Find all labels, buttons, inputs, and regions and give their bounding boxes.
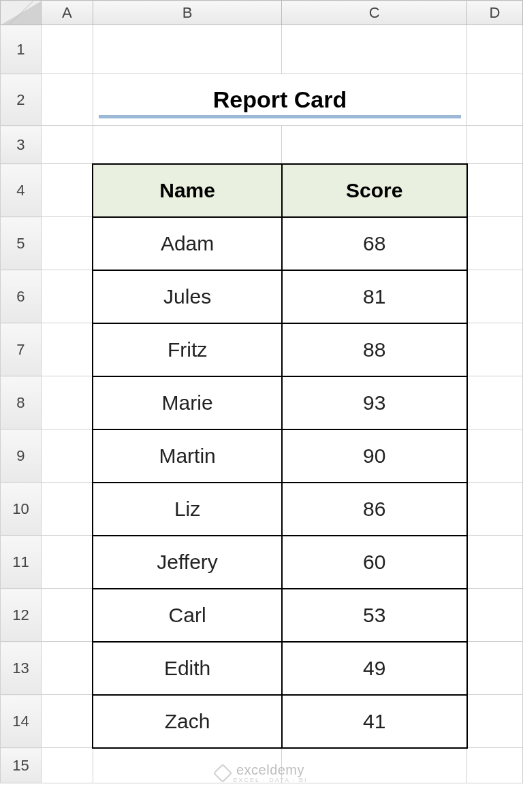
cell-A13[interactable]	[41, 642, 93, 695]
cell-A12[interactable]	[41, 589, 93, 642]
cell-score-8[interactable]: 49	[282, 642, 467, 695]
row-header-14[interactable]: 14	[1, 695, 42, 748]
cell-D7[interactable]	[467, 323, 523, 376]
cell-score-6[interactable]: 60	[282, 536, 467, 589]
row-header-3[interactable]: 3	[1, 126, 42, 164]
cell-D1[interactable]	[467, 25, 523, 74]
table-header-score[interactable]: Score	[282, 164, 467, 217]
row-8: 8 Marie 93	[1, 376, 523, 429]
column-header-row: A B C D	[1, 1, 523, 25]
row-10: 10 Liz 86	[1, 483, 523, 536]
row-14: 14 Zach 41	[1, 695, 523, 748]
cell-name-2[interactable]: Fritz	[93, 323, 282, 376]
cell-name-8[interactable]: Edith	[93, 642, 282, 695]
cell-A5[interactable]	[41, 217, 93, 270]
row-15: 15	[1, 748, 523, 783]
row-header-15[interactable]: 15	[1, 748, 42, 783]
row-3: 3	[1, 126, 523, 164]
cell-A2[interactable]	[41, 74, 93, 126]
cell-score-7[interactable]: 53	[282, 589, 467, 642]
cell-name-9[interactable]: Zach	[93, 695, 282, 748]
row-13: 13 Edith 49	[1, 642, 523, 695]
cell-A8[interactable]	[41, 376, 93, 429]
cell-D9[interactable]	[467, 429, 523, 483]
cell-A7[interactable]	[41, 323, 93, 376]
row-header-8[interactable]: 8	[1, 376, 42, 429]
cell-D14[interactable]	[467, 695, 523, 748]
cell-C15[interactable]	[282, 748, 467, 783]
row-12: 12 Carl 53	[1, 589, 523, 642]
cell-name-1[interactable]: Jules	[93, 270, 282, 323]
spreadsheet-grid[interactable]: A B C D 1 2 Report Card 3 4 Name Score	[0, 0, 523, 783]
cell-score-9[interactable]: 41	[282, 695, 467, 748]
col-header-C[interactable]: C	[282, 1, 467, 25]
col-header-D[interactable]: D	[467, 1, 523, 25]
row-5: 5 Adam 68	[1, 217, 523, 270]
cell-A14[interactable]	[41, 695, 93, 748]
row-9: 9 Martin 90	[1, 429, 523, 483]
cell-score-5[interactable]: 86	[282, 483, 467, 536]
cell-D12[interactable]	[467, 589, 523, 642]
title-cell[interactable]: Report Card	[93, 74, 466, 126]
cell-score-2[interactable]: 88	[282, 323, 467, 376]
row-header-9[interactable]: 9	[1, 429, 42, 483]
row-header-10[interactable]: 10	[1, 483, 42, 536]
cell-B15[interactable]	[93, 748, 282, 783]
title-text: Report Card	[213, 86, 347, 112]
row-header-12[interactable]: 12	[1, 589, 42, 642]
cell-score-3[interactable]: 93	[282, 376, 467, 429]
cell-C1[interactable]	[282, 25, 467, 74]
row-2: 2 Report Card	[1, 74, 523, 126]
col-header-B[interactable]: B	[93, 1, 282, 25]
cell-D10[interactable]	[467, 483, 523, 536]
cell-A11[interactable]	[41, 536, 93, 589]
cell-name-7[interactable]: Carl	[93, 589, 282, 642]
cell-D15[interactable]	[467, 748, 523, 783]
row-header-11[interactable]: 11	[1, 536, 42, 589]
row-4: 4 Name Score	[1, 164, 523, 217]
cell-A9[interactable]	[41, 429, 93, 483]
cell-D13[interactable]	[467, 642, 523, 695]
cell-A10[interactable]	[41, 483, 93, 536]
row-header-5[interactable]: 5	[1, 217, 42, 270]
cell-A1[interactable]	[41, 25, 93, 74]
cell-name-5[interactable]: Liz	[93, 483, 282, 536]
cell-D8[interactable]	[467, 376, 523, 429]
cell-D11[interactable]	[467, 536, 523, 589]
cell-name-0[interactable]: Adam	[93, 217, 282, 270]
row-header-7[interactable]: 7	[1, 323, 42, 376]
cell-A3[interactable]	[41, 126, 93, 164]
row-header-1[interactable]: 1	[1, 25, 42, 74]
title-underline	[99, 115, 461, 118]
cell-D3[interactable]	[467, 126, 523, 164]
cell-score-4[interactable]: 90	[282, 429, 467, 483]
cell-A15[interactable]	[41, 748, 93, 783]
cell-score-1[interactable]: 81	[282, 270, 467, 323]
cell-D5[interactable]	[467, 217, 523, 270]
cell-name-4[interactable]: Martin	[93, 429, 282, 483]
cell-B3[interactable]	[93, 126, 282, 164]
row-header-2[interactable]: 2	[1, 74, 42, 126]
cell-name-6[interactable]: Jeffery	[93, 536, 282, 589]
cell-B1[interactable]	[93, 25, 282, 74]
row-11: 11 Jeffery 60	[1, 536, 523, 589]
row-1: 1	[1, 25, 523, 74]
cell-C3[interactable]	[282, 126, 467, 164]
row-7: 7 Fritz 88	[1, 323, 523, 376]
cell-score-0[interactable]: 68	[282, 217, 467, 270]
cell-D4[interactable]	[467, 164, 523, 217]
cell-D6[interactable]	[467, 270, 523, 323]
cell-A6[interactable]	[41, 270, 93, 323]
cell-A4[interactable]	[41, 164, 93, 217]
col-header-A[interactable]: A	[41, 1, 93, 25]
row-header-13[interactable]: 13	[1, 642, 42, 695]
row-header-6[interactable]: 6	[1, 270, 42, 323]
cell-name-3[interactable]: Marie	[93, 376, 282, 429]
row-header-4[interactable]: 4	[1, 164, 42, 217]
row-6: 6 Jules 81	[1, 270, 523, 323]
select-all-corner[interactable]	[1, 1, 42, 25]
cell-D2[interactable]	[467, 74, 523, 126]
table-header-name[interactable]: Name	[93, 164, 282, 217]
